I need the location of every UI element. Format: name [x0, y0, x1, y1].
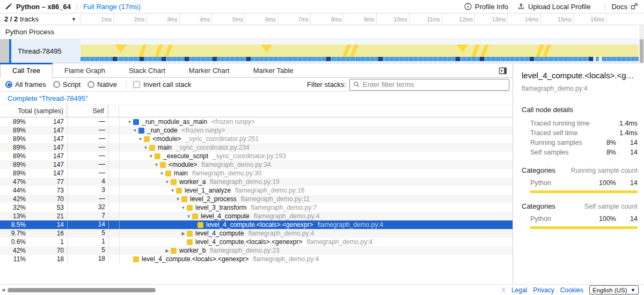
function-name: level_4_compute	[195, 230, 244, 237]
twisty-open-icon[interactable]: ▼	[180, 205, 187, 210]
self-cell: 3	[68, 186, 109, 195]
full-range-link[interactable]: Full Range (17ms)	[83, 3, 141, 11]
scroll-left-arrow-icon[interactable]: ◀	[2, 287, 5, 292]
table-row[interactable]: 0.6%11level_4_compute.<locals>.<genexpr>…	[0, 238, 513, 246]
footer-link-legal[interactable]: Legal	[511, 286, 527, 294]
filter-search-box[interactable]	[349, 79, 509, 91]
detail-row: Self samples8%14	[530, 148, 638, 157]
tree-cell: ▼_execute_script_sync_coordinator.py:193	[120, 152, 513, 160]
table-row[interactable]: 42%705▶worker_bflamegraph_demo.py:23	[0, 246, 513, 255]
breadcrumb-row: Complete “Thread-78495”	[0, 92, 513, 105]
twisty-open-icon[interactable]: ▼	[131, 128, 138, 133]
table-row[interactable]: 42%70—▼level_2_processflamegraph_demo.py…	[0, 195, 513, 203]
column-header-total[interactable]: Total (samples)	[0, 105, 66, 117]
tracks-dropdown[interactable]: 2 / 2 tracks ▼	[0, 13, 80, 25]
footer-link-privacy[interactable]: Privacy	[533, 286, 554, 294]
categories-header-row: CategoriesSelf sample count	[522, 202, 638, 210]
thread-track-row[interactable]: Thread-78495	[0, 39, 644, 63]
table-row[interactable]: 89%147—▼_run_code<frozen runpy>	[0, 126, 513, 135]
profile-name-area[interactable]: Python – x86_64	[0, 2, 71, 11]
tab-marker-chart[interactable]: Marker Chart	[177, 63, 241, 77]
twisty-open-icon[interactable]: ▼	[164, 180, 171, 185]
chevron-down-icon[interactable]: ▼	[71, 17, 76, 22]
filter-search-input[interactable]	[363, 80, 506, 88]
breadcrumb[interactable]: Complete “Thread-78495”	[8, 94, 88, 102]
tab-stack-chart[interactable]: Stack Chart	[117, 63, 177, 77]
category-row: Python100%14	[530, 179, 638, 187]
total-percent: 89%	[0, 118, 26, 126]
twisty-open-icon[interactable]: ▼	[185, 214, 192, 219]
table-row[interactable]: 47%774▼worker_aflamegraph_demo.py:19	[0, 178, 513, 186]
function-name: main	[174, 169, 188, 177]
horizontal-scrollbar-thumb[interactable]	[8, 288, 156, 292]
table-row[interactable]: 89%147—▼<module>_sync_coordinator.py:251	[0, 135, 513, 143]
file-location: flamegraph_demo.py:4	[253, 255, 319, 263]
filter-divider	[126, 80, 127, 89]
horizontal-scrollbar[interactable]: ◀	[0, 285, 501, 295]
table-row[interactable]: 8.5%1414level_4_compute.<locals>.<genexp…	[0, 220, 513, 229]
language-select[interactable]: English (US) ▼	[589, 285, 639, 294]
twisty-open-icon[interactable]: ▼	[148, 154, 155, 159]
table-row[interactable]: 9.7%165▶level_4_computeflamegraph_demo.p…	[0, 229, 513, 238]
twisty-open-icon[interactable]: ▼	[169, 188, 176, 193]
docs-link[interactable]: Docs	[611, 2, 639, 11]
twisty-open-icon[interactable]: ▼	[142, 145, 149, 150]
column-header-self[interactable]: Self	[68, 105, 107, 117]
table-row[interactable]: 44%733▼level_1_analyzeflamegraph_demo.py…	[0, 186, 513, 195]
function-name: level_4_compute.<locals>.<genexpr>	[142, 255, 248, 263]
twisty-closed-icon[interactable]: ▶	[164, 248, 171, 253]
total-percent: 89%	[0, 127, 26, 134]
invert-call-stack-checkbox[interactable]	[133, 81, 140, 88]
table-row[interactable]: 13%217▼level_4_computeflamegraph_demo.py…	[0, 212, 513, 220]
detail-value: 14	[616, 139, 638, 146]
table-row[interactable]: 11%1818level_4_compute.<locals>.<genexpr…	[0, 255, 513, 263]
self-cell: 4	[68, 178, 109, 186]
total-percent: 44%	[0, 187, 26, 194]
chevron-down-icon: ▼	[631, 287, 635, 293]
scrollbar-thumb[interactable]	[640, 39, 643, 63]
table-row[interactable]: 89%147—▼_run_module_as_main<frozen runpy…	[0, 117, 513, 126]
call-tree-header: Total (samples) Self	[0, 105, 513, 117]
ruler-tick: 9ms	[344, 13, 377, 25]
tab-call-tree[interactable]: Call Tree	[0, 63, 53, 78]
ruler-tick: 13ms	[475, 13, 508, 25]
twisty-open-icon[interactable]: ▼	[137, 137, 144, 142]
tab-marker-table[interactable]: Marker Table	[241, 63, 305, 77]
table-row[interactable]: 89%147—▼<module>flamegraph_demo.py:34	[0, 160, 513, 169]
ruler-tick: 4ms	[180, 13, 213, 25]
thread-label-cell[interactable]: Thread-78495	[11, 39, 80, 63]
table-row[interactable]: 89%147—▼_execute_script_sync_coordinator…	[0, 152, 513, 160]
ruler-tick: 11ms	[409, 13, 442, 25]
track-gutter	[0, 39, 9, 63]
cpu-activity-graph[interactable]	[80, 39, 639, 63]
file-location: flamegraph_demo.py:4	[248, 230, 314, 237]
profile-info-button[interactable]: Profile Info	[464, 2, 508, 11]
twisty-open-icon[interactable]: ▼	[158, 171, 165, 176]
table-row[interactable]: 32%5332▼level_3_transformflamegraph_demo…	[0, 203, 513, 212]
twisty-open-icon[interactable]: ▼	[174, 197, 181, 202]
process-track-row[interactable]: Python Process	[0, 25, 644, 39]
twisty-open-icon[interactable]: ▼	[126, 120, 133, 124]
total-percent: 32%	[0, 204, 26, 211]
categories-block: CategoriesRunning sample countPython100%…	[513, 166, 644, 193]
radio-script[interactable]: Script	[53, 80, 80, 88]
open-sidebar-icon[interactable]	[499, 67, 507, 75]
panel-tab-bar: Call TreeFlame GraphStack ChartMarker Ch…	[0, 63, 513, 78]
tab-flame-graph[interactable]: Flame Graph	[53, 63, 117, 77]
radio-all-frames[interactable]: All frames	[5, 80, 46, 88]
detail-label: Traced running time	[530, 120, 592, 127]
table-row[interactable]: 89%147—▼mainflamegraph_demo.py:30	[0, 169, 513, 178]
edit-pencil-icon[interactable]	[4, 2, 13, 11]
tree-cell: ▼level_3_transformflamegraph_demo.py:7	[120, 203, 513, 212]
table-row[interactable]: 89%147—▼main_sync_coordinator.py:234	[0, 143, 513, 152]
footer-link-x[interactable]: X	[501, 286, 506, 294]
twisty-open-icon[interactable]: ▼	[153, 163, 160, 167]
ruler-tick: 12ms	[442, 13, 475, 25]
twisty-closed-icon[interactable]: ▶	[180, 231, 187, 236]
radio-native[interactable]: Native	[87, 80, 117, 88]
footer-link-cookies[interactable]: Cookies	[560, 286, 583, 294]
detail-percent: 8%	[592, 149, 616, 156]
total-cell: 8.5%14	[0, 220, 68, 229]
timeline-vertical-scrollbar[interactable]	[639, 25, 644, 63]
upload-profile-button[interactable]: Upload Local Profile	[517, 2, 590, 11]
